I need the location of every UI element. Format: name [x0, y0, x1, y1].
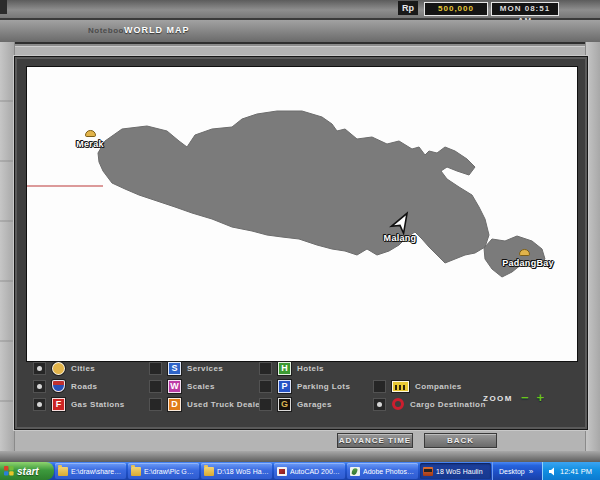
scales-checkbox[interactable] [149, 380, 162, 393]
city-icon [52, 362, 65, 375]
notebook-tab-bar: Notebook: WORLD MAP [0, 20, 600, 44]
city-marker-merak[interactable] [85, 130, 96, 137]
chevron-icon[interactable]: » [529, 467, 533, 476]
top-status-bar: Rp 500,000 MON 08:51 AM [0, 0, 600, 20]
taskbar-item-label: E:\draw\share of dem... [71, 468, 123, 475]
dealers-checkbox[interactable] [149, 398, 162, 411]
legend-label: Companies [415, 382, 462, 391]
road-shield-icon [52, 380, 65, 392]
island-map [27, 67, 577, 361]
city-marker-padangbay[interactable] [519, 249, 530, 256]
back-button[interactable]: BACK [424, 433, 497, 448]
folder-icon [58, 467, 68, 476]
companies-checkbox[interactable] [373, 380, 386, 393]
legend-label: Gas Stations [71, 400, 125, 409]
services-checkbox[interactable] [149, 362, 162, 375]
page-title: WORLD MAP [124, 25, 190, 35]
garage-icon: G [278, 398, 291, 411]
legend-item-used-truck-dealers: D Used Truck Dealers [149, 396, 268, 412]
desktop-label: Desktop [499, 468, 525, 475]
cargo-destination-checkbox[interactable] [373, 398, 386, 411]
legend-item-roads: Roads [33, 378, 97, 394]
legend-item-cargo-destination: Cargo Destination [373, 396, 486, 412]
taskbar-item-18-wos-haulin[interactable]: 18 WoS Haulin [420, 463, 491, 479]
desktop-toolbar[interactable]: Desktop » [492, 462, 542, 480]
zoom-controls: ZOOM − + [483, 393, 544, 403]
map-canvas[interactable]: Merak Malang PadangBay [26, 66, 578, 362]
taskbar-item-label: 18 WoS Haulin [436, 468, 483, 475]
parking-icon: P [278, 380, 291, 393]
taskbar-item-label: Adobe Photoshop [363, 468, 415, 475]
legend-item-gas-stations: F Gas Stations [33, 396, 125, 412]
cities-checkbox[interactable] [33, 362, 46, 375]
zoom-out-button[interactable]: − [521, 393, 529, 403]
volume-icon[interactable] [548, 467, 557, 476]
game-clock-display: MON 08:51 AM [491, 2, 559, 16]
currency-icon: Rp [398, 1, 418, 15]
roads-checkbox[interactable] [33, 380, 46, 393]
system-tray: 12:41 PM [542, 462, 600, 480]
autocad-icon [277, 467, 287, 476]
legend-item-scales: W Scales [149, 378, 215, 394]
legend-item-cities: Cities [33, 360, 95, 376]
legend-item-companies: Companies [373, 378, 462, 394]
money-display: 500,000 [424, 2, 488, 16]
legend-label: Garages [297, 400, 332, 409]
advance-time-button[interactable]: ADVANCE TIME [337, 433, 413, 448]
start-button[interactable]: start [0, 462, 54, 480]
legend-item-hotels: H Hotels [259, 360, 324, 376]
photoshop-icon [350, 467, 360, 476]
legend-label: Services [187, 364, 223, 373]
folder-icon [204, 467, 214, 476]
gas-stations-checkbox[interactable] [33, 398, 46, 411]
taskbar-item-folder-3[interactable]: D:\18 WoS Haulin\mod [201, 463, 272, 479]
services-icon: S [168, 362, 181, 375]
taskbar-item-folder-2[interactable]: E:\draw\Pic Gue\Pic ... [128, 463, 199, 479]
legend-label: Hotels [297, 364, 324, 373]
game-icon [423, 467, 433, 476]
zoom-label: ZOOM [483, 394, 513, 403]
bali-island-shape [484, 236, 545, 277]
corner-notch [0, 0, 7, 14]
garages-checkbox[interactable] [259, 398, 272, 411]
windows-flag-icon [4, 466, 14, 476]
scales-icon: W [168, 380, 181, 393]
taskbar-item-label: AutoCAD 2007 - [E:\... [290, 468, 342, 475]
taskbar: start E:\draw\share of dem... E:\draw\Pi… [0, 462, 600, 480]
world-map-panel: Merak Malang PadangBay Cities Roads F Ga… [14, 56, 588, 430]
taskbar-item-folder-1[interactable]: E:\draw\share of dem... [55, 463, 126, 479]
taskbar-item-label: D:\18 WoS Haulin\mod [217, 468, 269, 475]
start-label: start [17, 466, 39, 477]
cargo-destination-icon [392, 398, 404, 410]
taskbar-item-autocad[interactable]: AutoCAD 2007 - [E:\... [274, 463, 345, 479]
city-label-malang[interactable]: Malang [384, 233, 417, 243]
dealer-icon: D [168, 398, 181, 411]
left-frame-edge [0, 42, 15, 462]
legend-item-parking-lots: P Parking Lots [259, 378, 350, 394]
divider [0, 44, 600, 47]
city-label-merak[interactable]: Merak [76, 139, 104, 149]
taskbar-item-photoshop[interactable]: Adobe Photoshop [347, 463, 418, 479]
tray-clock: 12:41 PM [560, 467, 592, 476]
city-label-padangbay[interactable]: PadangBay [502, 258, 554, 268]
hotel-icon: H [278, 362, 291, 375]
zoom-in-button[interactable]: + [537, 393, 545, 403]
legend-item-garages: G Garages [259, 396, 332, 412]
legend-label: Cities [71, 364, 95, 373]
fuel-icon: F [52, 398, 65, 411]
legend-label: Cargo Destination [410, 400, 486, 409]
legend-label: Parking Lots [297, 382, 350, 391]
legend-label: Scales [187, 382, 215, 391]
parking-checkbox[interactable] [259, 380, 272, 393]
java-island-shape [98, 111, 489, 263]
folder-icon [131, 467, 141, 476]
hotels-checkbox[interactable] [259, 362, 272, 375]
legend-label: Used Truck Dealers [187, 400, 268, 409]
bottom-frame-strip [0, 451, 600, 462]
legend-item-services: S Services [149, 360, 223, 376]
companies-icon [392, 381, 409, 392]
taskbar-item-label: E:\draw\Pic Gue\Pic ... [144, 468, 196, 475]
legend-label: Roads [71, 382, 97, 391]
